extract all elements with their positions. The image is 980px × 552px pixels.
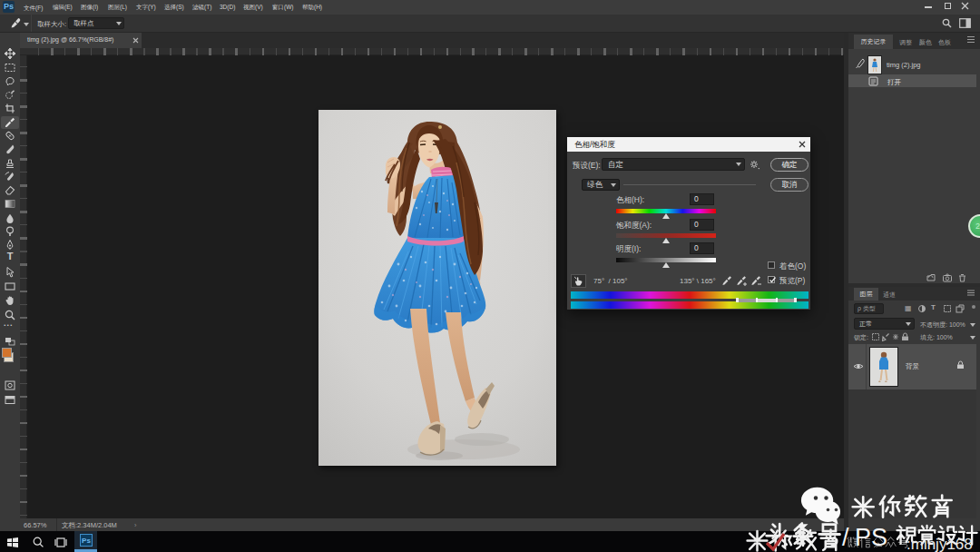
svg-text:PS: PS bbox=[855, 524, 887, 551]
svg-text::minjy168: :minjy168 bbox=[906, 536, 973, 552]
